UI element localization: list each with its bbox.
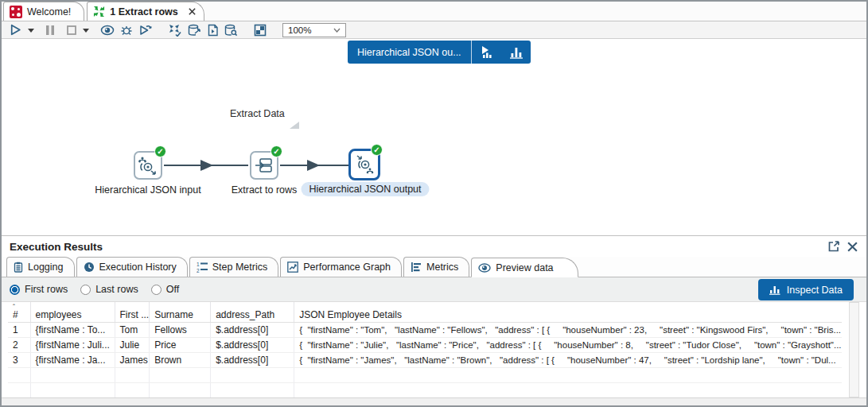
inspect-data-label: Inspect Data bbox=[787, 285, 843, 296]
radio-first-rows-control[interactable] bbox=[10, 285, 20, 295]
rerun-icon[interactable] bbox=[138, 22, 153, 38]
tab-step-metrics-label: Step Metrics bbox=[212, 262, 267, 273]
canvas-note[interactable]: Extract Data bbox=[230, 108, 285, 119]
column-header-employees[interactable]: employees bbox=[30, 302, 115, 322]
db-export-icon[interactable] bbox=[188, 22, 201, 38]
success-check-icon: ✓ bbox=[371, 144, 383, 156]
preview-table-area: ˆ# employees First ... Surname address_P… bbox=[2, 302, 866, 406]
document-tab-bar: Welcome! 1 Extract rows bbox=[2, 2, 866, 21]
radio-first-rows-label: First rows bbox=[25, 284, 68, 295]
pipeline-canvas[interactable]: Hierarchical JSON ou... Extract Data bbox=[2, 40, 866, 235]
app-window: Welcome! 1 Extract rows bbox=[0, 0, 868, 407]
success-check-icon: ✓ bbox=[154, 145, 166, 157]
db-search-icon[interactable] bbox=[224, 22, 238, 38]
tab-welcome[interactable]: Welcome! bbox=[3, 2, 84, 21]
tab-preview-data[interactable]: Preview data bbox=[471, 258, 578, 277]
table-row[interactable]: 1{firstName : To...TomFellows$.address[0… bbox=[8, 322, 842, 337]
tab-extract-rows[interactable]: 1 Extract rows bbox=[87, 2, 204, 21]
tab-extract-rows-label: 1 Extract rows bbox=[110, 6, 177, 17]
radio-last-rows[interactable]: Last rows bbox=[80, 284, 138, 295]
radio-off[interactable]: Off bbox=[151, 284, 179, 295]
metrics-chart-icon[interactable] bbox=[502, 45, 531, 59]
column-header-surname[interactable]: Surname bbox=[150, 302, 211, 322]
step-context-label: Hierarchical JSON ou... bbox=[348, 47, 471, 58]
main-toolbar: 100% bbox=[2, 21, 866, 39]
results-header: Execution Results bbox=[2, 236, 866, 257]
preview-eye-icon[interactable] bbox=[100, 22, 115, 38]
debug-icon[interactable] bbox=[120, 22, 133, 38]
column-header-first[interactable]: First ... bbox=[115, 302, 150, 322]
tab-preview-data-label: Preview data bbox=[496, 262, 553, 273]
tab-metrics-label: Metrics bbox=[426, 262, 458, 273]
preview-data-table: ˆ# employees First ... Surname address_P… bbox=[8, 302, 842, 398]
tab-metrics[interactable]: Metrics bbox=[403, 257, 469, 277]
step-label-extract-to-rows[interactable]: Extract to rows bbox=[232, 184, 298, 196]
results-tab-bar: Logging Execution History 12 Step Metric… bbox=[2, 257, 866, 277]
tab-performance-graph-label: Performance Graph bbox=[303, 262, 391, 273]
pipeline-tab-icon bbox=[93, 6, 105, 17]
chevron-down-icon bbox=[333, 28, 341, 33]
radio-last-rows-label: Last rows bbox=[95, 284, 138, 295]
execution-results-panel: Execution Results Logging Execution Hist… bbox=[2, 235, 866, 405]
tab-step-metrics[interactable]: 12 Step Metrics bbox=[189, 257, 278, 277]
inspect-data-button[interactable]: Inspect Data bbox=[758, 279, 854, 300]
zoom-level-value: 100% bbox=[288, 25, 311, 35]
table-row[interactable]: 2{firstName : Juli...JuliePrice$.address… bbox=[8, 337, 842, 352]
close-tab-icon[interactable] bbox=[188, 7, 197, 16]
pause-icon[interactable] bbox=[45, 22, 55, 38]
preview-filter-bar: First rows Last rows Off Inspect Data bbox=[2, 277, 866, 302]
step-context-bar: Hierarchical JSON ou... bbox=[348, 41, 531, 64]
stop-icon[interactable] bbox=[66, 22, 77, 38]
open-external-icon[interactable] bbox=[827, 240, 840, 253]
tab-performance-graph[interactable]: Performance Graph bbox=[280, 257, 402, 277]
tab-welcome-label: Welcome! bbox=[27, 6, 71, 17]
stop-dropdown-caret-icon[interactable] bbox=[83, 22, 89, 38]
tab-logging-label: Logging bbox=[28, 262, 64, 273]
table-row-empty bbox=[8, 367, 842, 382]
preview-output-icon[interactable] bbox=[472, 45, 502, 59]
hop-arrow-2[interactable] bbox=[280, 158, 348, 172]
success-check-icon: ✓ bbox=[271, 145, 282, 157]
zoom-level-select[interactable]: 100% bbox=[282, 23, 346, 37]
hop-arrow-1[interactable] bbox=[164, 158, 248, 172]
note-pointer-icon bbox=[290, 122, 299, 129]
results-title: Execution Results bbox=[10, 241, 103, 253]
step-label-json-input[interactable]: Hierarchical JSON input bbox=[95, 184, 200, 196]
radio-off-label: Off bbox=[166, 284, 179, 295]
column-header-index[interactable]: ˆ# bbox=[8, 302, 30, 322]
step-label-json-output[interactable]: Hierarchical JSON output bbox=[301, 182, 429, 196]
radio-first-rows[interactable]: First rows bbox=[10, 284, 68, 295]
tab-execution-history-label: Execution History bbox=[99, 262, 177, 273]
bar-chart-icon bbox=[769, 285, 780, 295]
svg-text:2: 2 bbox=[197, 268, 200, 273]
table-row[interactable]: 3{firstName : Ja...JamesBrown$.address[0… bbox=[8, 352, 842, 367]
radio-off-control[interactable] bbox=[151, 285, 162, 295]
hop-check-icon[interactable] bbox=[169, 22, 182, 38]
table-row-empty bbox=[8, 382, 842, 397]
column-header-json-details[interactable]: JSON Employee Details bbox=[294, 302, 842, 322]
radio-last-rows-control[interactable] bbox=[80, 285, 91, 295]
results-toggle-icon[interactable] bbox=[254, 22, 267, 38]
tab-logging[interactable]: Logging bbox=[6, 257, 75, 277]
script-icon[interactable] bbox=[207, 22, 219, 38]
table-header-row: ˆ# employees First ... Surname address_P… bbox=[8, 302, 842, 322]
column-header-address-path[interactable]: address_Path bbox=[211, 302, 294, 322]
svg-text:1: 1 bbox=[197, 262, 200, 267]
vertical-scrollbar[interactable] bbox=[849, 302, 859, 397]
run-icon[interactable] bbox=[9, 22, 22, 38]
horizontal-scrollbar[interactable] bbox=[2, 397, 866, 406]
hop-logo-icon bbox=[10, 6, 22, 18]
run-dropdown-caret-icon[interactable] bbox=[28, 22, 34, 38]
close-panel-icon[interactable] bbox=[847, 241, 858, 253]
tab-execution-history[interactable]: Execution History bbox=[76, 257, 188, 277]
